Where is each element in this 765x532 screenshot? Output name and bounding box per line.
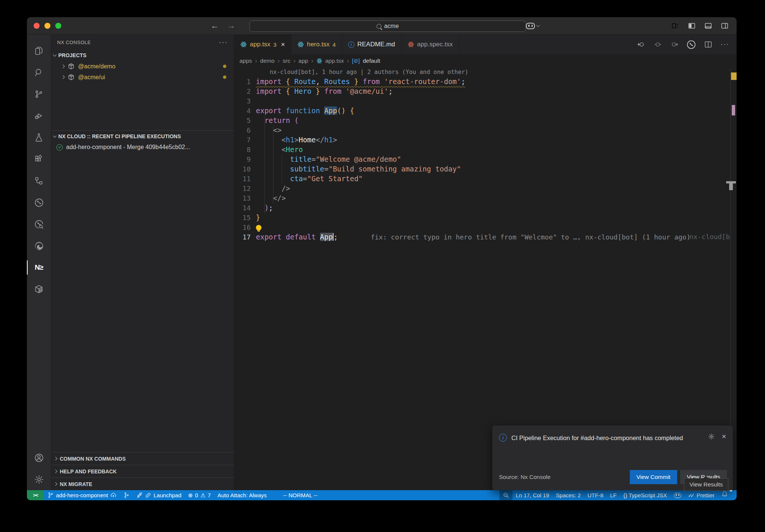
code-line-12[interactable]: 12 /> [234,183,737,193]
accounts-icon[interactable] [27,447,51,468]
notification-close-icon[interactable]: × [722,433,726,440]
containers-icon[interactable] [27,278,51,300]
breadcrumb-item[interactable]: default [363,58,380,64]
projects-section-header[interactable]: PROJECTS [51,50,234,61]
nav-back-circle-icon[interactable] [637,40,645,49]
pipeline-execution-item[interactable]: add-hero-component - Merge 409b44e5cb02.… [51,142,234,153]
references-icon[interactable] [27,170,51,192]
customize-layout-icon[interactable] [672,22,679,30]
project-item-acme-ui[interactable]: @acme/ui [51,72,234,83]
section-common-nx-commands[interactable]: COMMON NX COMMANDS [51,452,234,465]
code-line-4[interactable]: 4export function App() { [234,106,737,115]
breadcrumb-item[interactable]: src [283,58,291,64]
tab-hero-tsx[interactable]: hero.tsx 4 [291,35,342,54]
testing-icon[interactable] [27,127,51,148]
breadcrumb-item[interactable]: app.tsx [325,58,344,64]
breadcrumb-item[interactable]: demo [260,58,275,64]
settings-gear-icon[interactable] [27,468,51,490]
lightbulb-icon[interactable] [256,225,261,231]
code-line-7[interactable]: 7 <h1>Home</h1> [234,135,737,145]
indentation-status[interactable]: Spaces: 2 [552,490,584,500]
source-control-icon[interactable] [27,83,51,105]
tab-app-spec-tsx[interactable]: app.spec.tsx [402,35,459,54]
view-commit-button[interactable]: View Commit [630,470,677,484]
copilot-menu[interactable] [526,23,539,29]
launchpad-status[interactable]: Launchpad [133,490,185,500]
close-window-button[interactable] [34,23,40,29]
split-editor-icon[interactable] [704,40,712,49]
git-blame-lens[interactable]: nx-cloud[bot], 1 hour ago | 2 authors (Y… [234,68,737,77]
more-actions-icon[interactable]: ··· [721,41,729,48]
history-forward-icon[interactable]: → [227,21,235,31]
explorer-icon[interactable] [27,40,51,62]
code-line-3[interactable]: 3 [234,96,737,106]
search-view-icon[interactable] [27,62,51,83]
tab-readme-md[interactable]: i README.md [342,35,402,54]
title-bar: ← → acme [27,17,737,35]
zoom-out-status[interactable] [499,490,512,500]
code-line-14[interactable]: 14 ); [234,203,737,213]
chevron-down-icon [536,24,540,27]
nx-graph-icon[interactable] [27,192,51,213]
code-line-10[interactable]: 10 subtitle="Build something amazing tod… [234,164,737,174]
edge-browser-icon[interactable] [27,235,51,257]
bell-icon [721,490,728,497]
encoding-status[interactable]: UTF-8 [584,490,607,500]
prettier-status[interactable]: ✓✓ Prettier [685,490,718,500]
nav-forward-circle-icon[interactable] [670,40,678,49]
toggle-panel-icon[interactable] [704,22,712,30]
code-line-2[interactable]: 2import { Hero } from '@acme/ui'; [234,86,737,96]
nx-graph-search-icon[interactable] [27,213,51,235]
code-line-11[interactable]: 11 cta="Get Started" [234,174,737,183]
code-line-1[interactable]: 1import { Route, Routes } from 'react-ro… [234,77,737,86]
notification-settings-gear-icon[interactable] [708,433,715,440]
nav-circle-icon[interactable] [654,40,662,49]
code-line-6[interactable]: 6 <> [234,125,737,135]
language-mode-status[interactable]: { } TypeScript JSX [620,490,670,500]
breadcrumb-item[interactable]: app [298,58,308,64]
blame-annotation-clipped: nx-cloud[b [690,232,730,242]
sidebar-more-actions[interactable]: ··· [219,38,228,46]
toggle-primary-sidebar-icon[interactable] [688,22,696,30]
line-number: 2 [234,87,251,96]
close-tab-icon[interactable]: × [281,41,285,49]
braces-icon: { } [623,492,626,498]
code-line-8[interactable]: 8 <Hero [234,145,737,154]
problems-status[interactable]: ⊗ 0 ⚠ 7 [185,490,214,500]
git-graph-status[interactable] [120,490,133,500]
cursor-position-status[interactable]: Ln 17, Col 19 [512,490,552,500]
command-center-search[interactable]: acme [250,21,526,32]
section-nx-migrate[interactable]: NX MIGRATE [51,477,234,490]
auto-attach-status[interactable]: Auto Attach: Always [214,490,270,500]
nx-cloud-section-header[interactable]: NX CLOUD :: RECENT CI PIPELINE EXECUTION… [51,130,234,142]
breadcrumb-item[interactable]: apps [239,58,252,64]
eol-status[interactable]: LF [607,490,620,500]
tab-app-tsx[interactable]: app.tsx 3 × [234,35,291,54]
remote-indicator[interactable]: >< [27,490,44,500]
overview-ruler-warning-mark [731,72,737,80]
code-line-15[interactable]: 15} [234,213,737,222]
line-number: 15 [234,213,251,223]
code-line-9[interactable]: 9 title="Welcome @acme/demo" [234,154,737,164]
code-line-16[interactable]: 16 [234,222,737,232]
line-number: 5 [234,116,251,126]
copilot-status[interactable] [670,490,685,500]
status-bar: >< add-hero-component Launchpad ⊗ 0 ⚠ 7 … [27,490,737,500]
zoom-window-button[interactable] [55,23,61,29]
history-back-icon[interactable]: ← [211,21,219,31]
project-item-acme-demo[interactable]: @acme/demo [51,61,234,72]
run-debug-icon[interactable] [27,105,51,127]
git-branch-status[interactable]: add-hero-component [44,490,120,500]
notifications-bell[interactable] [718,490,731,500]
minimize-window-button[interactable] [44,23,50,29]
nx-graph-circled-icon[interactable] [687,40,696,49]
code-line-5[interactable]: 5 return ( [234,115,737,125]
extensions-icon[interactable] [27,148,51,170]
code-line-13[interactable]: 13 </> [234,193,737,203]
section-help-and-feedback[interactable]: HELP AND FEEDBACK [51,465,234,477]
toggle-secondary-sidebar-icon[interactable] [721,22,728,30]
nx-console-icon[interactable]: N≥ [27,257,51,278]
tab-bar: app.tsx 3 × hero.tsx 4 i README.md [234,35,737,54]
vscode-window: ← → acme [27,17,737,500]
code-line-17[interactable]: 17export default App;fix: correct typo i… [234,232,737,242]
